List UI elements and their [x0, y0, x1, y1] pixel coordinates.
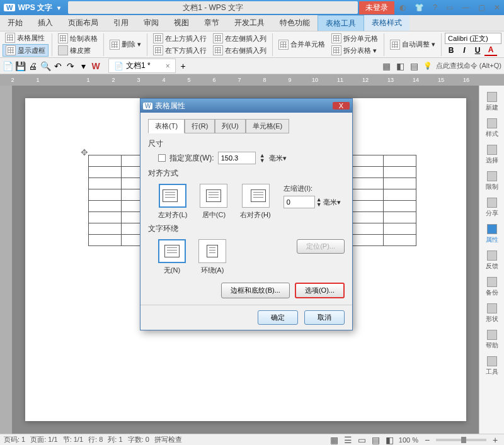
delete-button[interactable]: 删除▾	[107, 39, 144, 50]
skin-icon[interactable]: ◐	[396, 2, 410, 13]
dialog-tab-table[interactable]: 表格(T)	[148, 119, 185, 133]
underline-button[interactable]: U	[471, 45, 484, 56]
tab-devtools[interactable]: 开发工具	[227, 15, 272, 31]
wps-home-icon[interactable]: W	[91, 61, 101, 71]
width-spinner[interactable]	[218, 152, 256, 164]
dialog-tab-row[interactable]: 行(R)	[185, 119, 215, 133]
table-properties-button[interactable]: 表格属性	[3, 32, 49, 43]
sidebar-help[interactable]: 帮助	[486, 330, 498, 350]
zoom-slider[interactable]	[436, 439, 486, 441]
tab-view[interactable]: 视图	[166, 15, 197, 31]
tab-features[interactable]: 特色功能	[272, 15, 318, 31]
close-icon[interactable]: ✕	[490, 2, 504, 13]
status-page[interactable]: 页面: 1/1	[30, 435, 57, 444]
align-right-option[interactable]: 右对齐(H)	[240, 184, 270, 220]
dialog-tab-col[interactable]: 列(U)	[215, 119, 245, 133]
view-mode-5-icon[interactable]: ◧	[385, 435, 395, 445]
insert-col-right-button[interactable]: 在右侧插入列	[210, 45, 269, 56]
qr2-icon[interactable]: ◧	[396, 61, 406, 71]
redo-icon[interactable]: ↷	[66, 61, 76, 71]
tab-tablestyle[interactable]: 表格样式	[364, 15, 410, 31]
qr1-icon[interactable]: ▦	[382, 61, 392, 71]
wrap-none-option[interactable]: 无(N)	[158, 239, 186, 275]
insert-row-above-button[interactable]: 在上方插入行	[151, 33, 209, 44]
view-mode-4-icon[interactable]: ▤	[371, 435, 381, 445]
spinner-arrows-icon[interactable]: ▲▼	[260, 153, 265, 163]
font-color-button[interactable]: A	[484, 45, 497, 56]
ok-button[interactable]: 确定	[258, 310, 298, 325]
border-shading-button[interactable]: 边框和底纹(B)...	[221, 283, 290, 298]
sidebar-restrict[interactable]: 限制	[486, 171, 498, 191]
align-left-option[interactable]: 左对齐(L)	[158, 184, 187, 220]
width-unit[interactable]: 毫米▾	[269, 154, 287, 163]
minimize-icon[interactable]: —	[458, 2, 473, 13]
sidebar-share[interactable]: 分享	[486, 198, 498, 218]
options-button[interactable]: 选项(O)...	[295, 283, 345, 298]
cancel-button[interactable]: 取消	[304, 310, 345, 325]
maximize-icon[interactable]: ▢	[474, 2, 489, 13]
status-spell[interactable]: 拼写检查	[154, 435, 182, 444]
split-cell-button[interactable]: 拆分单元格	[329, 33, 381, 44]
sidebar-style[interactable]: 样式	[486, 118, 498, 138]
document-tab[interactable]: 📄 文档1 * ×	[108, 59, 176, 73]
view-mode-3-icon[interactable]: ▭	[357, 435, 367, 445]
view-mode-1-icon[interactable]: ▦	[329, 435, 340, 445]
sidebar-new[interactable]: 新建	[486, 92, 498, 112]
command-search-hint[interactable]: 点此查找命令 (Alt+Q)	[436, 61, 501, 70]
qat-dropdown-icon[interactable]: ▾	[78, 61, 88, 71]
width-checkbox[interactable]	[158, 154, 166, 162]
merge-cells-button[interactable]: 合并单元格	[276, 39, 328, 50]
status-pageno[interactable]: 页码: 1	[4, 435, 25, 444]
sidebar-backup[interactable]: 备份	[486, 277, 498, 297]
sidebar-feedback[interactable]: 反馈	[486, 251, 498, 271]
app-menu[interactable]: W WPS 文字 ▾	[0, 3, 67, 13]
dialog-close-button[interactable]: X	[333, 102, 350, 110]
dialog-tab-cell[interactable]: 单元格(E)	[246, 119, 290, 133]
ribbon-toggle-icon[interactable]: ▭	[442, 2, 457, 13]
eraser-button[interactable]: 橡皮擦	[55, 45, 100, 56]
sidebar-properties[interactable]: 属性	[486, 224, 498, 244]
sidebar-select[interactable]: 选择	[486, 145, 498, 165]
tab-pagelayout[interactable]: 页面布局	[60, 15, 106, 31]
italic-button[interactable]: I	[458, 45, 471, 56]
status-words[interactable]: 字数: 0	[128, 435, 149, 444]
print-preview-icon[interactable]: 🔍	[40, 61, 50, 71]
draw-table-button[interactable]: 绘制表格	[55, 33, 100, 44]
align-center-option[interactable]: 居中(C)	[200, 184, 227, 220]
save-icon[interactable]: 💾	[15, 61, 25, 71]
undo-icon[interactable]: ↶	[53, 61, 63, 71]
doc-tab-close-icon[interactable]: ×	[166, 62, 170, 70]
wrap-around-option[interactable]: 环绕(A)	[198, 239, 226, 275]
new-doc-icon[interactable]: 📄	[3, 61, 13, 71]
show-gridlines-button[interactable]: 显示虚框	[3, 44, 49, 57]
sidebar-shape[interactable]: 形状	[486, 303, 498, 324]
split-table-button[interactable]: 拆分表格▾	[329, 45, 381, 56]
tab-tabletools[interactable]: 表格工具	[318, 15, 364, 31]
indent-spinner-arrows-icon[interactable]: ▲▼	[316, 197, 322, 207]
tab-insert[interactable]: 插入	[30, 15, 60, 31]
print-icon[interactable]: 🖨	[28, 61, 38, 71]
tab-reference[interactable]: 引用	[106, 15, 136, 31]
indent-unit[interactable]: 毫米▾	[323, 198, 341, 207]
help-icon[interactable]: ?	[429, 2, 441, 13]
indent-spinner[interactable]	[284, 196, 315, 208]
zoom-in-icon[interactable]: +	[490, 435, 500, 445]
bold-button[interactable]: B	[445, 45, 457, 56]
shirt-icon[interactable]: 👕	[411, 2, 428, 13]
zoom-level[interactable]: 100 %	[399, 436, 418, 444]
tab-section[interactable]: 章节	[197, 15, 227, 31]
zoom-out-icon[interactable]: −	[422, 435, 432, 445]
autofit-button[interactable]: 自动调整▾	[387, 39, 438, 50]
tab-start[interactable]: 开始	[0, 15, 30, 31]
new-tab-icon[interactable]: +	[178, 61, 188, 71]
login-button[interactable]: 未登录	[359, 1, 394, 14]
insert-col-left-button[interactable]: 在左侧插入列	[210, 33, 269, 44]
qr3-icon[interactable]: ▤	[410, 61, 420, 71]
insert-row-below-button[interactable]: 在下方插入行	[151, 45, 209, 56]
tab-review[interactable]: 审阅	[136, 15, 166, 31]
view-mode-2-icon[interactable]: ☰	[343, 435, 353, 445]
sidebar-tools[interactable]: 工具	[486, 356, 498, 376]
dialog-titlebar[interactable]: W 表格属性 X	[140, 99, 352, 113]
font-name-input[interactable]	[445, 33, 501, 44]
table-move-handle-icon[interactable]: ✥	[81, 147, 88, 157]
